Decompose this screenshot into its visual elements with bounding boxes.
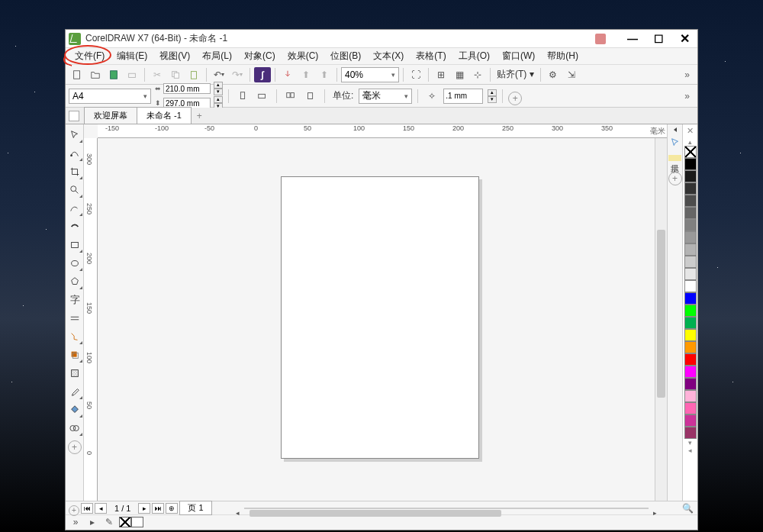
last-page-button[interactable]: ⏭: [152, 503, 164, 514]
color-swatch-1[interactable]: [684, 170, 697, 182]
docker-expand-icon[interactable]: [674, 127, 677, 132]
snap-dropdown[interactable]: 贴齐(T) ▾: [494, 68, 536, 81]
toolbox-customize[interactable]: +: [68, 440, 82, 454]
close-button[interactable]: ✕: [674, 32, 694, 46]
search-button[interactable]: ∫: [254, 67, 271, 82]
smart-fill-tool[interactable]: [66, 420, 83, 437]
palette-up-arrow[interactable]: ▴: [688, 138, 692, 146]
vertical-ruler[interactable]: 300 250 200 150 100 50 0: [84, 138, 98, 501]
maximize-button[interactable]: ☐: [649, 32, 668, 46]
vertical-scrollbar[interactable]: [655, 138, 667, 501]
color-swatch-21[interactable]: [684, 414, 697, 427]
prev-page-button[interactable]: ◂: [95, 503, 107, 514]
hscroll-left[interactable]: ◂: [233, 509, 243, 517]
save-button[interactable]: [105, 67, 122, 82]
color-swatch-20[interactable]: [684, 402, 697, 414]
show-grid-button[interactable]: ▦: [451, 67, 468, 82]
interactive-fill-tool[interactable]: [66, 401, 83, 418]
menu-edit[interactable]: 编辑(E): [111, 48, 153, 64]
undo-button[interactable]: ↶▾: [211, 67, 227, 82]
fill-outline-indicator[interactable]: [119, 517, 143, 527]
pick-tool[interactable]: [66, 127, 83, 143]
menu-effect[interactable]: 效果(C): [282, 48, 325, 64]
toolbar-overflow[interactable]: »: [680, 69, 694, 80]
crop-tool[interactable]: [66, 163, 83, 180]
color-swatch-18[interactable]: [684, 378, 697, 390]
menu-text[interactable]: 文本(X): [367, 48, 410, 64]
shape-tool[interactable]: [66, 145, 83, 162]
all-pages-button[interactable]: [282, 89, 299, 104]
tab-document[interactable]: 未命名 -1: [137, 107, 192, 124]
options-button[interactable]: ⚙: [545, 67, 562, 82]
fullscreen-button[interactable]: ⛶: [407, 67, 424, 82]
palette-close-icon[interactable]: ✕: [684, 126, 697, 138]
transparency-tool[interactable]: [66, 365, 83, 382]
outline-indicator[interactable]: [131, 517, 143, 527]
units-combo[interactable]: 毫米▾: [359, 89, 412, 104]
print-button[interactable]: [124, 67, 140, 82]
next-page-button[interactable]: ▸: [138, 503, 150, 514]
page-width-input[interactable]: [163, 83, 211, 94]
connector-tool[interactable]: [66, 328, 83, 345]
portrait-button[interactable]: [234, 89, 251, 104]
width-up[interactable]: ▴: [214, 82, 223, 89]
hscroll-thumb[interactable]: [250, 510, 501, 517]
color-swatch-4[interactable]: [684, 207, 697, 219]
swatch-none[interactable]: [684, 146, 697, 158]
color-swatch-6[interactable]: [684, 231, 697, 243]
color-swatch-8[interactable]: [684, 256, 697, 268]
tab-add[interactable]: +: [191, 108, 208, 124]
eyedropper-tool[interactable]: [66, 383, 83, 400]
tab-origin-marker[interactable]: [69, 111, 79, 121]
paste-button[interactable]: [185, 67, 202, 82]
vscroll-thumb[interactable]: [657, 230, 665, 398]
open-button[interactable]: [87, 67, 104, 82]
eyedropper-status-icon[interactable]: ✎: [102, 517, 116, 527]
page-tab-1[interactable]: 页 1: [179, 501, 211, 515]
import-button[interactable]: [279, 67, 296, 82]
color-swatch-13[interactable]: [684, 317, 697, 329]
propbar-overflow[interactable]: »: [680, 91, 694, 102]
launch-button[interactable]: ⇲: [563, 67, 580, 82]
hints-docker-tab[interactable]: 提示: [668, 155, 681, 161]
status-overflow[interactable]: »: [69, 517, 82, 527]
menu-window[interactable]: 窗口(W): [496, 48, 541, 64]
text-tool[interactable]: 字: [66, 292, 83, 308]
menu-object[interactable]: 对象(C): [238, 48, 282, 64]
pagesize-combo[interactable]: A4▾: [69, 89, 151, 104]
width-down[interactable]: ▾: [214, 89, 223, 95]
color-swatch-10[interactable]: [684, 280, 697, 292]
zoom-tool[interactable]: [66, 182, 83, 198]
tab-welcome[interactable]: 欢迎屏幕: [84, 107, 137, 124]
color-swatch-12[interactable]: [684, 305, 697, 317]
copy-button[interactable]: [167, 67, 184, 82]
menu-view[interactable]: 视图(V): [153, 48, 196, 64]
menu-file[interactable]: 文件(F): [69, 48, 111, 64]
menu-table[interactable]: 表格(T): [410, 48, 452, 64]
zoom-tool-shortcut[interactable]: 🔍: [681, 503, 694, 514]
color-swatch-9[interactable]: [684, 268, 697, 280]
new-button[interactable]: [69, 67, 85, 82]
drop-shadow-tool[interactable]: [66, 347, 83, 363]
color-swatch-3[interactable]: [684, 195, 697, 207]
menu-bitmap[interactable]: 位图(B): [324, 48, 367, 64]
color-swatch-5[interactable]: [684, 219, 697, 231]
publish-button[interactable]: ⬆: [316, 67, 333, 82]
nudge-input[interactable]: [443, 89, 483, 104]
user-icon[interactable]: [595, 34, 606, 44]
color-swatch-0[interactable]: [684, 158, 697, 170]
menu-help[interactable]: 帮助(H): [541, 48, 584, 64]
add-preset-button[interactable]: +: [508, 92, 522, 105]
show-guides-button[interactable]: ⊹: [469, 67, 486, 82]
export-button[interactable]: ⬆: [298, 67, 314, 82]
color-swatch-17[interactable]: [684, 366, 697, 378]
add-page-button[interactable]: ⊕: [166, 503, 178, 514]
parallel-dimension-tool[interactable]: [66, 310, 83, 327]
menu-tools[interactable]: 工具(O): [452, 48, 496, 64]
menu-layout[interactable]: 布局(L): [196, 48, 238, 64]
nudge-up[interactable]: ▴: [488, 89, 497, 96]
height-up[interactable]: ▴: [214, 96, 223, 103]
current-page-button[interactable]: [302, 89, 319, 104]
color-swatch-2[interactable]: [684, 182, 697, 195]
fill-indicator[interactable]: [119, 517, 131, 527]
